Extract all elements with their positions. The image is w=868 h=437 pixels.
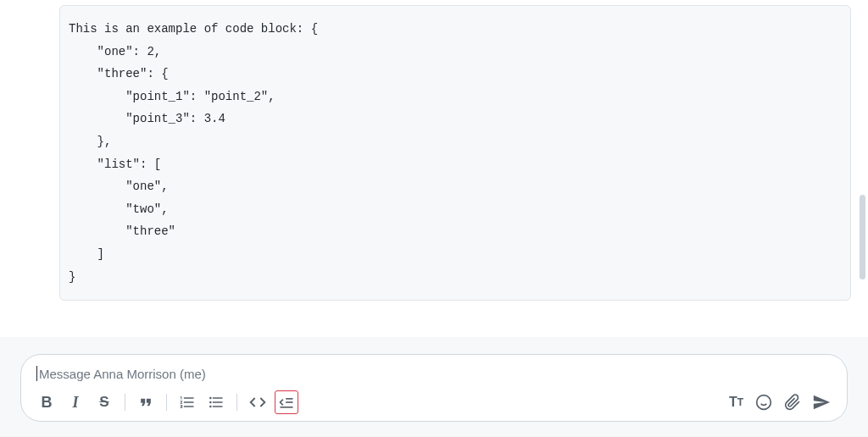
code-inline-button[interactable] (246, 390, 270, 414)
scrollbar-thumb[interactable] (860, 195, 865, 279)
send-button[interactable] (810, 390, 833, 414)
toolbar-divider (125, 394, 125, 411)
strikethrough-button[interactable]: S (92, 390, 116, 414)
unordered-list-button[interactable] (204, 390, 228, 414)
code-block-icon (278, 394, 295, 411)
code-block-content: This is an example of code block: { "one… (69, 18, 842, 288)
emoji-button[interactable] (752, 390, 776, 414)
toolbar-left-group: B I S (35, 390, 298, 414)
toolbar-divider (166, 394, 167, 411)
toolbar-right-group: TT (726, 390, 833, 414)
toolbar-divider (236, 394, 237, 411)
code-block-button[interactable] (275, 390, 298, 414)
message-input[interactable]: Message Anna Morrison (me) (35, 363, 833, 384)
message-composer-box[interactable]: Message Anna Morrison (me) B I S (20, 354, 848, 422)
code-block-container: This is an example of code block: { "one… (59, 5, 851, 301)
paperclip-icon (784, 394, 801, 411)
message-composer-area: Message Anna Morrison (me) B I S (0, 337, 868, 437)
text-cursor (36, 366, 37, 381)
message-placeholder: Message Anna Morrison (me) (39, 367, 206, 381)
attach-button[interactable] (781, 390, 804, 414)
emoji-icon (755, 394, 772, 411)
text-format-button[interactable]: TT (726, 390, 747, 414)
ordered-list-button[interactable] (175, 390, 199, 414)
ordered-list-icon (179, 394, 196, 411)
quote-icon (137, 394, 154, 411)
italic-button[interactable]: I (64, 390, 87, 414)
send-icon (812, 393, 831, 412)
unordered-list-icon (208, 394, 225, 411)
quote-button[interactable] (134, 390, 158, 414)
code-icon (249, 394, 266, 411)
svg-point-3 (757, 396, 771, 410)
formatting-toolbar: B I S (35, 390, 833, 414)
bold-button[interactable]: B (35, 390, 58, 414)
